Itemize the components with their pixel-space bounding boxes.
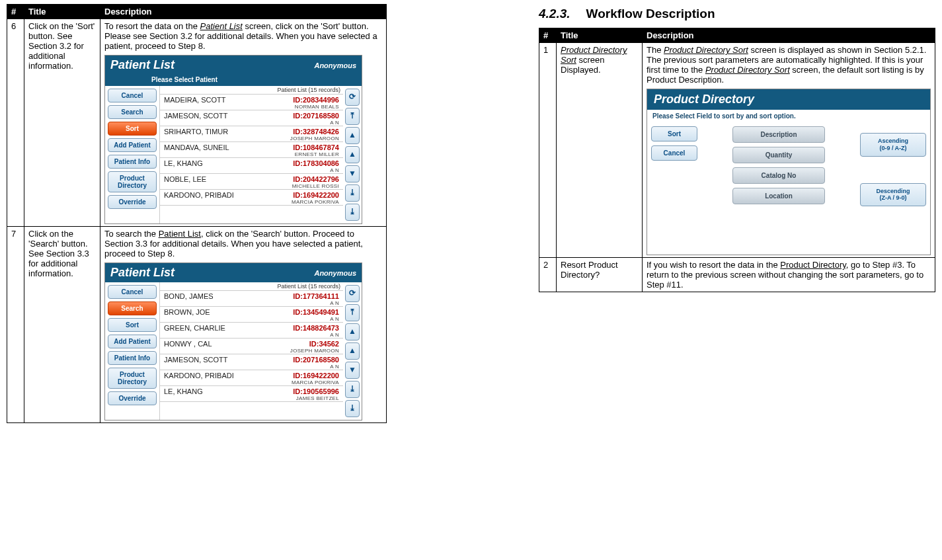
row-desc: The Product Directory Sort screen is dis… <box>643 43 935 258</box>
provider-name: A N <box>164 167 339 173</box>
provider-name: A N <box>164 316 339 322</box>
scroll-bottom-icon[interactable]: ⤓ <box>345 400 360 417</box>
table-row: 7 Click on the 'Search' button. See Sect… <box>7 227 387 423</box>
patient-id: ID:148826473 <box>293 324 339 332</box>
patient-name: HONWY , CAL <box>164 340 212 348</box>
list-item[interactable]: LE, KHANGID:178304086A N <box>160 158 343 174</box>
scroll-down-icon[interactable]: ▼ <box>345 165 360 182</box>
patient-name: NOBLE, LEE <box>164 175 206 183</box>
patient-id: ID:178304086 <box>293 159 339 167</box>
patient-id: ID:108467874 <box>293 143 339 151</box>
table-row: 2 Resort Product Directory? If you wish … <box>539 258 935 292</box>
th-num: # <box>539 28 557 43</box>
row-num: 6 <box>7 19 24 227</box>
page-down-icon[interactable]: ⤓ <box>345 381 360 398</box>
page-up-icon[interactable]: ▲ <box>345 127 360 144</box>
override-button[interactable]: Override <box>108 195 157 209</box>
list-item[interactable]: MANDAVA, SUNEILID:108467874ERNEST MILLER <box>160 142 343 158</box>
list-item[interactable]: MADEIRA, SCOTTID:208344996NORMAN BEALS <box>160 95 343 110</box>
list-item[interactable]: GREEN, CHARLIEID:148826473A N <box>160 323 343 339</box>
th-num: # <box>7 5 24 19</box>
sort-field-description[interactable]: Description <box>732 126 825 143</box>
provider-name: A N <box>164 120 339 126</box>
refresh-icon[interactable]: ⟳ <box>345 285 360 302</box>
sort-button[interactable]: Sort <box>108 122 157 136</box>
provider-name: MARCIA POKRIVA <box>164 199 339 205</box>
patient-list-column: Patient List (15 records) BOND, JAMESID:… <box>159 282 343 420</box>
patient-id: ID:177364111 <box>293 292 339 300</box>
add-patient-button[interactable]: Add Patient <box>108 138 157 152</box>
sort-field-quantity[interactable]: Quantity <box>732 147 825 163</box>
pd-sort-fields: Description Quantity Catalog No Location <box>704 126 853 251</box>
list-item[interactable]: HONWY , CALID:34562JOSEPH MAROON <box>160 339 343 354</box>
patient-name: BROWN, JOE <box>164 308 210 316</box>
product-directory-button[interactable]: Product Directory <box>108 171 157 192</box>
patient-id: ID:207168580 <box>293 112 339 120</box>
provider-name: JOSEPH MAROON <box>164 136 339 141</box>
th-title: Title <box>557 28 643 43</box>
scroll-top-icon[interactable]: ⤒ <box>345 304 360 321</box>
cancel-button[interactable]: Cancel <box>108 285 157 299</box>
link-patient-list: Patient List <box>200 21 243 31</box>
list-item[interactable]: SRIHARTO, TIMURID:328748426JOSEPH MAROON <box>160 126 343 142</box>
list-item[interactable]: JAMESON, SCOTTID:207168580A N <box>160 110 343 126</box>
patient-id: ID:204422796 <box>293 175 339 183</box>
product-directory-sort-app: Product Directory Please Select Field to… <box>647 89 931 255</box>
provider-name: A N <box>164 332 339 338</box>
refresh-icon[interactable]: ⟳ <box>345 89 360 106</box>
list-item[interactable]: KARDONO, PRIBADIID:169422200MARCIA POKRI… <box>160 370 343 386</box>
row-title: Resort Product Directory? <box>557 258 643 292</box>
row-num: 2 <box>539 258 557 292</box>
app-header: Patient List Anonymous <box>105 56 362 75</box>
provider-name: A N <box>164 364 339 370</box>
page-down-icon[interactable]: ⤓ <box>345 184 360 202</box>
patient-id: ID:169422200 <box>293 191 339 199</box>
cancel-button[interactable]: Cancel <box>108 89 157 102</box>
search-button[interactable]: Search <box>108 105 157 119</box>
list-item[interactable]: BROWN, JOEID:134549491A N <box>160 307 343 323</box>
ascending-button[interactable]: Ascending (0-9 / A-Z) <box>860 133 926 157</box>
row-title: Click on the 'Search' button. See Sectio… <box>24 227 100 423</box>
list-item[interactable]: JAMESON, SCOTTID:207168580A N <box>160 354 343 370</box>
override-button[interactable]: Override <box>108 391 157 405</box>
list-item[interactable]: LE, KHANGID:190565996JAMES BEITZEL <box>160 386 343 402</box>
patient-id: ID:34562 <box>309 340 339 348</box>
record-count: Patient List (15 records) <box>160 282 343 291</box>
patient-info-button[interactable]: Patient Info <box>108 351 157 365</box>
scroll-up-icon[interactable]: ▲ <box>345 146 360 163</box>
patient-name: KARDONO, PRIBADI <box>164 372 234 380</box>
scroll-bottom-icon[interactable]: ⤓ <box>345 204 360 221</box>
add-patient-button[interactable]: Add Patient <box>108 335 157 348</box>
section-heading: 4.2.3.Workflow Description <box>539 7 935 21</box>
provider-name: NORMAN BEALS <box>164 104 339 110</box>
list-item[interactable]: BOND, JAMESID:177364111A N <box>160 291 343 307</box>
scroll-up-icon[interactable]: ▲ <box>345 342 360 360</box>
cancel-button[interactable]: Cancel <box>651 145 697 161</box>
sort-field-location[interactable]: Location <box>732 188 825 204</box>
scroll-top-icon[interactable]: ⤒ <box>345 108 360 125</box>
left-sidebar: Cancel Search Sort Add Patient Patient I… <box>105 282 159 420</box>
text: To search the <box>104 229 159 239</box>
link-product-directory: Product Directory <box>780 260 845 270</box>
sort-field-catalog-no[interactable]: Catalog No <box>732 167 825 184</box>
app-title: Patient List <box>110 58 175 72</box>
descending-button[interactable]: Descending (Z-A / 9-0) <box>860 183 926 207</box>
scroll-column: ⟳ ⤒ ▲ ▲ ▼ ⤓ ⤓ <box>343 86 362 223</box>
search-button[interactable]: Search <box>108 301 157 315</box>
patient-name: GREEN, CHARLIE <box>164 324 225 332</box>
table-row: 6 Click on the 'Sort' button. See Sectio… <box>7 19 387 227</box>
list-item[interactable]: NOBLE, LEEID:204422796MICHELLE ROSSI <box>160 174 343 190</box>
list-item[interactable]: KARDONO, PRIBADIID:169422200MARCIA POKRI… <box>160 190 343 206</box>
page-up-icon[interactable]: ▲ <box>345 323 360 340</box>
anonymous-label: Anonymous <box>314 269 356 277</box>
product-directory-button[interactable]: Product Directory <box>108 368 157 389</box>
sort-button[interactable]: Sort <box>651 126 697 141</box>
anonymous-label: Anonymous <box>314 61 356 69</box>
scroll-down-icon[interactable]: ▼ <box>345 362 360 379</box>
pd-left-buttons: Sort Cancel <box>651 126 697 251</box>
sort-button[interactable]: Sort <box>108 318 157 332</box>
provider-name: JOSEPH MAROON <box>164 348 339 354</box>
patient-info-button[interactable]: Patient Info <box>108 155 157 169</box>
patient-id: ID:190565996 <box>293 387 339 395</box>
patient-name: JAMESON, SCOTT <box>164 356 228 364</box>
